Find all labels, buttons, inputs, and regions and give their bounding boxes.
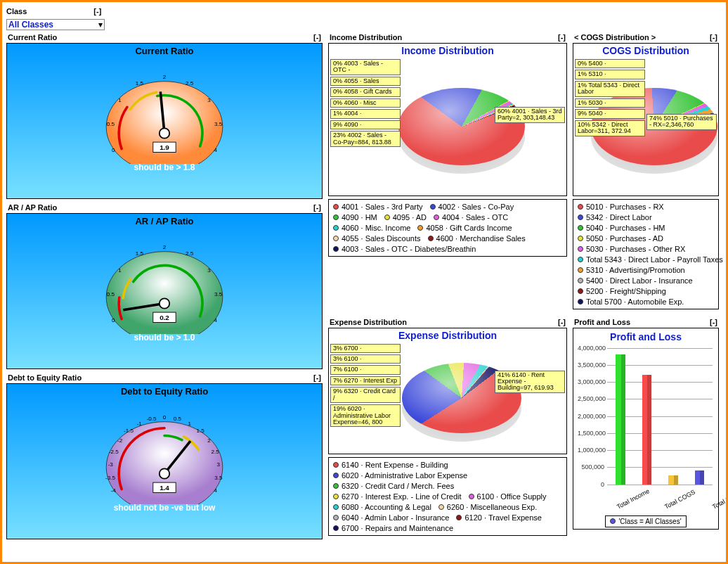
svg-text:0.5: 0.5 (174, 416, 182, 422)
panel-de-toggle[interactable]: [-] (313, 373, 321, 382)
panel-de-header: Debt to Equity Ratio (8, 373, 82, 382)
legend-item: 4060 · Misc. Income (333, 224, 410, 232)
panel-cogs: < COGS Distribution > [-] COGS Distribut… (573, 32, 719, 314)
pie-callout: 9% 4090 · (330, 120, 401, 129)
income-title: Income Distribution (329, 44, 566, 58)
panel-arap-ratio: AR / AP Ratio [-] AR / AP Ratio 00.511.5… (6, 202, 323, 369)
legend-item: 4001 · Sales - 3rd Party (333, 203, 423, 211)
panel-cr-header: Current Ratio (8, 33, 57, 41)
legend-item: 6080 · Accounting & Legal (333, 503, 431, 511)
panel-pl-toggle[interactable]: [-] (710, 318, 717, 326)
pie-callout: 1% Total 5343 · Direct Labor (575, 81, 645, 97)
legend-item: 6020 · Administrative Labor Expense (333, 471, 467, 480)
legend-item: 5050 · Purchases - AD (578, 234, 663, 243)
svg-text:2: 2 (163, 244, 167, 250)
panel-current-ratio: Current Ratio [-] Current Ratio 00.511.5… (6, 32, 323, 199)
pie-callout: 0% 4060 · Misc (330, 98, 401, 108)
class-label: Class (6, 7, 27, 15)
svg-text:-3.5: -3.5 (105, 475, 115, 481)
svg-text:4: 4 (214, 317, 217, 323)
svg-text:-2.5: -2.5 (109, 449, 119, 455)
svg-text:1.9: 1.9 (160, 143, 169, 151)
de-msg: should not be -ve but low (114, 503, 216, 513)
panel-de-ratio: Debt to Equity Ratio [-] Debt to Equity … (6, 372, 323, 539)
svg-text:3: 3 (207, 267, 211, 274)
ar-title: AR / AP Ratio (135, 214, 193, 229)
panel-ar-header: AR / AP Ratio (8, 203, 57, 212)
panel-income: Income Distribution [-] Income Distribut… (328, 32, 567, 314)
expense-pie-chart: 3% 6700 ·3% 6100 ·7% 6100 ·7% 6270 · Int… (329, 342, 566, 454)
legend-item: 4600 · Merchandise Sales (428, 234, 526, 243)
legend-item: 5040 · Purchases - HM (578, 224, 665, 232)
de-ratio-gauge: -4-3.5-3-2.5-2-1.5-1-0.500.511.522.533.5… (101, 399, 228, 504)
pie-callout: 9% 6320 · Credit Card / (330, 387, 401, 403)
legend-item: 6270 · Interest Exp. - Line of Credit (333, 492, 462, 501)
chevron-down-icon: ▾ (98, 20, 103, 30)
svg-text:1: 1 (118, 97, 122, 103)
pie-callout: 1% 5310 · (575, 70, 645, 79)
current-ratio-gauge: 00.511.522.533.541.9 (101, 58, 228, 164)
legend-item: 6320 · Credit Card / Merch. Fees (333, 482, 454, 490)
svg-text:-4: -4 (111, 487, 117, 494)
svg-text:-1.5: -1.5 (124, 428, 134, 434)
income-legend: 4001 · Sales - 3rd Party 4002 · Sales - … (328, 199, 567, 257)
panel-cogs-header: < COGS Distribution > (574, 33, 656, 41)
legend-item: 6120 · Travel Expense (456, 513, 541, 522)
legend-item: 4003 · Sales - OTC - Diabetes/Breathin (333, 245, 476, 253)
pie-callout: 9% 5040 · (575, 109, 645, 118)
svg-text:3: 3 (207, 97, 211, 103)
panel-income-header: Income Distribution (330, 33, 402, 41)
svg-text:1: 1 (188, 421, 191, 427)
svg-point-47 (160, 468, 169, 478)
svg-text:-3: -3 (108, 461, 114, 468)
svg-text:-0.5: -0.5 (147, 416, 157, 422)
svg-text:1.5: 1.5 (136, 80, 144, 86)
legend-item: 6040 · Admin Labor - Insurance (333, 513, 449, 522)
arap-ratio-gauge: 00.511.522.533.540.2 (101, 229, 228, 334)
panel-profit-loss: Profit and Loss [-] Profit and Loss 0500… (573, 316, 719, 540)
legend-item: 6100 · Office Supply (469, 492, 547, 501)
pie-callout: 0% 5400 · (575, 59, 645, 68)
svg-point-25 (160, 298, 169, 308)
pie-callout: 3% 6700 · (330, 344, 401, 353)
class-select[interactable]: All Classes ▾ (6, 19, 105, 30)
bar (642, 375, 652, 484)
pie-callout: 74% 5010 · Purchases - RX=2,346,760 (646, 114, 717, 130)
bar (695, 470, 705, 484)
pie-callout: 10% 5342 · Direct Labor=311, 372.94 (575, 120, 645, 136)
svg-text:-1: -1 (137, 421, 143, 427)
legend-item: 6700 · Repairs and Maintenance (333, 524, 453, 532)
svg-text:3.5: 3.5 (214, 121, 223, 127)
legend-item: 6140 · Rent Expense - Building (333, 461, 448, 469)
pl-title: Profit and Loss (575, 330, 717, 344)
pie-callout: 3% 6100 · (330, 354, 401, 364)
legend-item: 4004 · Sales - OTC (434, 213, 508, 222)
panel-cogs-toggle[interactable]: [-] (710, 33, 717, 41)
svg-text:1.5: 1.5 (196, 428, 204, 434)
legend-item: 5010 · Purchases - RX (578, 203, 664, 211)
panel-cr-toggle[interactable]: [-] (313, 33, 321, 41)
svg-text:4: 4 (214, 147, 217, 153)
legend-item: 5200 · Freight/Shipping (578, 287, 666, 295)
svg-text:2: 2 (163, 74, 167, 80)
legend-item: Total 5343 · Direct Labor - Payroll Taxe… (578, 255, 723, 264)
cr-msg: should be > 1.8 (134, 162, 195, 172)
svg-text:3.5: 3.5 (214, 291, 223, 297)
svg-text:4: 4 (214, 487, 217, 494)
class-collapse-toggle[interactable]: [-] (93, 7, 101, 15)
svg-point-11 (160, 128, 169, 138)
pie-callout: 1% 4004 · (330, 109, 401, 118)
svg-text:1: 1 (118, 267, 122, 274)
pie-callout: 0% 4003 · Sales - OTC - (330, 59, 401, 75)
legend-item: 4058 · Gift Cards Income (417, 224, 512, 232)
pie-callout: 60% 4001 · Sales - 3rd Party=2, 303,148.… (495, 107, 565, 123)
expense-legend: 6140 · Rent Expense - Building 6020 · Ad… (328, 457, 567, 536)
svg-text:2.5: 2.5 (186, 250, 194, 257)
panel-expense-toggle[interactable]: [-] (558, 318, 566, 326)
cogs-title: COGS Distribution (573, 44, 718, 58)
pl-legend: 'Class = All Classes' (605, 515, 686, 527)
panel-income-toggle[interactable]: [-] (558, 33, 566, 41)
svg-text:1.4: 1.4 (160, 484, 169, 492)
income-pie-chart: 0% 4003 · Sales - OTC -0% 4055 · Sales0%… (329, 58, 566, 196)
panel-ar-toggle[interactable]: [-] (313, 203, 321, 212)
